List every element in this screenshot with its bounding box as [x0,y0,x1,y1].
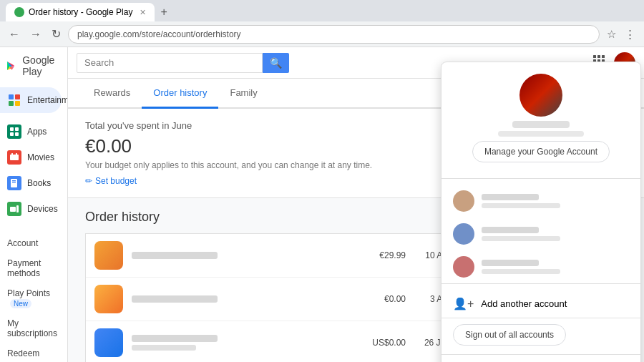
sidebar-main-nav: Entertainment [0,84,67,116]
sidebar-item-account[interactable]: Account [0,233,67,253]
svg-rect-16 [593,55,596,58]
svg-rect-12 [12,180,16,182]
sidebar-logo-text: Google Play [22,54,62,77]
sidebar-apps-label: Apps [27,127,47,137]
forward-btn[interactable]: → [27,25,44,44]
add-account-label: Add another account [481,298,567,309]
refresh-btn[interactable]: ↻ [49,24,64,44]
tab-rewards[interactable]: Rewards [82,79,142,109]
svg-rect-0 [9,94,14,99]
order-info-1 [132,295,347,303]
new-tab-btn[interactable]: + [155,3,172,21]
order-price-0: €29.99 [356,250,406,260]
dropdown-divider-2 [441,283,640,284]
currency-symbol: € [85,135,95,157]
active-tab[interactable]: Order history - Google Play ✕ [6,3,155,21]
sidebar-item-playpoints[interactable]: Play Points New [0,283,67,313]
manage-google-account-btn[interactable]: Manage your Google Account [472,141,610,162]
devices-icon [7,202,21,216]
account-item-2[interactable] [441,217,640,250]
browser-tabs: Order history - Google Play ✕ + [6,0,173,21]
browser-chrome: Order history - Google Play ✕ + [0,0,644,21]
svg-rect-3 [15,101,20,106]
apps-icon [7,124,21,139]
svg-rect-10 [16,153,17,155]
sidebar-categories: Apps Movies [0,116,67,225]
sidebar-item-payment[interactable]: Payment methods [0,253,67,283]
dropdown-avatar-section: Manage your Google Account [441,74,640,178]
svg-rect-15 [16,205,19,212]
order-price-2: US$0.00 [356,338,406,348]
menu-icon[interactable]: ⋮ [622,25,638,44]
acct-avatar-2 [453,223,474,245]
dropdown-email-blur [498,131,584,137]
svg-rect-18 [602,55,605,58]
order-thumb-1 [94,285,123,313]
sidebar-item-apps[interactable]: Apps [0,119,62,145]
set-budget-label: Set budget [95,176,137,186]
google-play-logo-icon [6,57,18,74]
svg-rect-8 [10,155,19,160]
search-icon: 🔍 [270,57,282,69]
order-price-1: €0.00 [356,294,406,304]
svg-rect-13 [12,182,16,183]
dropdown-avatar [519,74,562,117]
acct-info-2 [482,227,629,241]
address-bar[interactable]: play.google.com/store/account/orderhisto… [68,25,600,44]
order-info-2 [132,335,347,351]
search-input[interactable] [77,53,263,73]
sidebar-entertainment-label: Entertainment [27,95,68,105]
sidebar-item-redeem[interactable]: Redeem [0,343,67,362]
tab-close-btn[interactable]: ✕ [140,8,146,17]
sidebar-item-devices[interactable]: Devices [0,196,62,222]
books-icon [7,176,21,190]
order-name-blur [132,335,218,342]
account-dropdown: Manage your Google Account 👤+ Add anothe… [441,62,641,362]
nav-icons: ☆ ⋮ [604,25,638,44]
sidebar-item-movies[interactable]: Movies [0,145,62,170]
dropdown-footer: Privacy Policy • Terms of Service [441,354,640,362]
nav-bar: ← → ↻ play.google.com/store/account/orde… [0,21,644,47]
svg-rect-14 [10,207,16,212]
account-item-3[interactable] [441,250,640,283]
dropdown-avatar-img [519,74,562,117]
sidebar-books-label: Books [27,178,51,188]
entertainment-icon [7,93,21,107]
account-item-1[interactable] [441,185,640,217]
sidebar-item-entertainment[interactable]: Entertainment [0,87,62,113]
order-name-blur [132,295,218,303]
svg-rect-6 [10,132,14,136]
acct-avatar-1 [453,190,474,212]
acct-info-1 [482,194,629,208]
sidebar-menu: Account Payment methods Play Points New … [0,233,67,362]
tab-title: Order history - Google Play [29,7,132,17]
sidebar: Google Play Entertainment [0,47,68,362]
svg-rect-17 [597,55,600,58]
tab-orderhistory[interactable]: Order history [142,79,218,109]
sidebar-logo: Google Play [0,47,67,84]
svg-rect-2 [9,101,14,106]
acct-avatar-3 [453,256,474,278]
acct-info-3 [482,260,629,274]
sidebar-movies-label: Movies [27,152,54,162]
dropdown-divider-3 [441,318,640,318]
tab-family[interactable]: Family [218,79,268,109]
budget-value: 0.00 [95,135,132,157]
bookmark-icon[interactable]: ☆ [604,25,619,44]
tab-favicon [14,7,24,17]
sidebar-devices-label: Devices [27,204,58,214]
back-btn[interactable]: ← [6,25,23,44]
dropdown-name-blur [512,121,570,128]
signout-btn[interactable]: Sign out of all accounts [453,324,566,346]
sidebar-item-books[interactable]: Books [0,170,62,196]
svg-rect-9 [11,153,13,155]
add-account-btn[interactable]: 👤+ Add another account [441,290,640,318]
play-points-badge: New [10,299,31,308]
sidebar-item-subscriptions[interactable]: My subscriptions [0,313,67,343]
order-name-blur [132,252,218,259]
order-thumb-0 [94,241,123,270]
search-button[interactable]: 🔍 [263,53,289,73]
svg-rect-1 [15,94,20,99]
dropdown-divider-1 [441,178,640,179]
svg-rect-5 [15,127,19,131]
